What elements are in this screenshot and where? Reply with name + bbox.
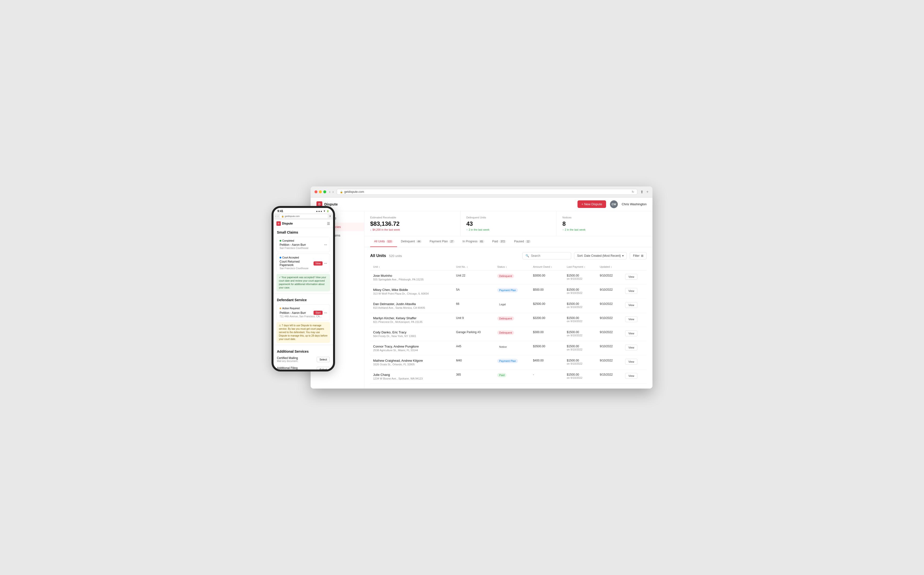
traffic-lights bbox=[315, 191, 326, 193]
table-row: Dan Delmaster, Justin Altavilla 810 Ashl… bbox=[370, 299, 647, 313]
unit-address: 555 Springdale Ave., Pittsburgh, PA 1523… bbox=[373, 278, 450, 281]
col-header-unit-no[interactable]: Unit No. ↕ bbox=[453, 263, 495, 270]
search-box[interactable]: 🔍 bbox=[522, 252, 571, 259]
maximize-button[interactable] bbox=[323, 191, 326, 193]
col-header-last-payment[interactable]: Last Payment ↕ bbox=[564, 263, 597, 270]
cell-unit-no: Unit 9 bbox=[453, 313, 495, 327]
cell-unit-no: 365 bbox=[453, 370, 495, 384]
cell-status: Delinquent bbox=[494, 270, 530, 284]
cell-action: View bbox=[622, 299, 647, 313]
view-button[interactable]: View bbox=[625, 345, 637, 351]
cell-unit: Julie Chang 1234 W Boone Ave., Spokane, … bbox=[370, 370, 453, 384]
minimize-button[interactable] bbox=[319, 191, 322, 193]
phone-card3-title: Petition - Aaron Burr Start ⋯ bbox=[280, 311, 327, 315]
payment-amount: $1500.00 bbox=[567, 345, 594, 348]
browser-share-icon[interactable]: ⬆ bbox=[640, 190, 643, 194]
phone-share-icon[interactable]: ⬆ bbox=[329, 215, 331, 218]
payment-amount: $1500.00 bbox=[567, 359, 594, 362]
new-dispute-button[interactable]: + New Dispute bbox=[577, 200, 606, 208]
tab-all-units[interactable]: All Units 520 bbox=[370, 236, 397, 247]
search-input[interactable] bbox=[531, 254, 568, 257]
browser-new-tab-icon[interactable]: + bbox=[646, 190, 649, 194]
phone-forward-icon[interactable]: › bbox=[278, 215, 278, 218]
col-header-updated[interactable]: Updated ↕ bbox=[597, 263, 622, 270]
tab-paused[interactable]: Paused 12 bbox=[510, 236, 535, 247]
tab-label-all-units: All Units bbox=[374, 240, 385, 243]
cell-unit-no: Garage Parking #3 bbox=[453, 327, 495, 341]
browser-address-bar[interactable]: 🔒 getdispute.com ↻ bbox=[337, 189, 637, 195]
close-button[interactable] bbox=[315, 191, 317, 193]
card2-view-button[interactable]: View bbox=[313, 261, 323, 265]
phone-back-icon[interactable]: ‹ bbox=[275, 215, 276, 218]
service2-select-button[interactable]: Select bbox=[317, 367, 330, 370]
payment-amount: $1500.00 bbox=[567, 302, 594, 305]
browser-refresh-icon[interactable]: ↻ bbox=[632, 190, 634, 194]
payment-date: on 9/10/2022 bbox=[567, 376, 594, 379]
view-button[interactable]: View bbox=[625, 330, 637, 336]
status-dot-action bbox=[280, 308, 281, 309]
tab-payment-plan[interactable]: Payment Plan 27 bbox=[426, 236, 459, 247]
table-row: Mathew Craighead, Andrew Kilgore 3326 Oc… bbox=[370, 355, 647, 370]
unit-address: 564 Frosty Dr., New York, NY 13901 bbox=[373, 335, 450, 338]
unit-name: Jose Murinho bbox=[373, 274, 450, 278]
phone-app-logo: D Dispute bbox=[277, 221, 293, 226]
card3-status-text: Action Required bbox=[282, 307, 300, 310]
view-button[interactable]: View bbox=[625, 288, 637, 294]
cell-action: View bbox=[622, 313, 647, 327]
sort-button[interactable]: Sort: Date Created (Most Recent) ▾ bbox=[574, 252, 627, 259]
service2-info: Additional Filing File any document with… bbox=[277, 366, 317, 370]
view-button[interactable]: View bbox=[625, 302, 637, 308]
phone-status-bar: 9:41 ▲▲▲ ▼ 🔋 bbox=[274, 208, 333, 213]
view-button[interactable]: View bbox=[625, 274, 637, 280]
cell-unit: Mathew Craighead, Andrew Kilgore 3326 Oc… bbox=[370, 355, 453, 370]
unit-name: Cody Danko, Eric Tracy bbox=[373, 330, 450, 334]
cell-action: View bbox=[622, 270, 647, 284]
col-header-amount-owed[interactable]: Amount Owed ↕ bbox=[530, 263, 564, 270]
unit-address: 3326 Ocala St., Orlando, FL 32805 bbox=[373, 363, 450, 366]
phone-content: Small Claims Completed Petition - Aaron … bbox=[274, 228, 333, 370]
view-button[interactable]: View bbox=[625, 359, 637, 365]
phone-browser-bar: ‹ › 🔒 getdispute.com ⬆ bbox=[274, 213, 333, 219]
cell-unit: Cody Danko, Eric Tracy 564 Frosty Dr., N… bbox=[370, 327, 453, 341]
col-header-unit[interactable]: Unit ↕ bbox=[370, 263, 453, 270]
payment-amount: $1500.00 bbox=[567, 373, 594, 376]
tab-paid[interactable]: Paid 372 bbox=[488, 236, 511, 247]
service1-info: Certified Mailing Mail any document. bbox=[277, 356, 317, 362]
browser-back-button[interactable]: ‹ bbox=[329, 190, 331, 194]
stat-change-text-receivable: $4,200 in the last week bbox=[373, 228, 400, 231]
right-content: Estimated Receivable $83,136.72 ↓ $4,200… bbox=[364, 211, 652, 389]
phone-url-text: getdispute.com bbox=[285, 215, 300, 218]
browser-forward-button[interactable]: › bbox=[332, 190, 334, 194]
view-button[interactable]: View bbox=[625, 373, 637, 379]
tab-delinquent[interactable]: Delinquent 44 bbox=[397, 236, 426, 247]
filter-button[interactable]: Filter ⊞ bbox=[630, 252, 647, 259]
unit-name: Connor Tracy, Andrew Pungitore bbox=[373, 345, 450, 348]
status-badge: Paid bbox=[497, 373, 506, 377]
phone-menu-icon[interactable]: ☰ bbox=[327, 222, 330, 226]
phone-service-additional-filing: Additional Filing File any document with… bbox=[274, 364, 333, 370]
table-title: All Units bbox=[370, 254, 386, 258]
cell-status: Payment Plan bbox=[494, 284, 530, 299]
cell-status: Delinquent bbox=[494, 313, 530, 327]
table-row: Marilyn Kircher, Kelsey Shaffer 821 Pine… bbox=[370, 313, 647, 327]
browser-action-buttons: ⬆ + bbox=[640, 190, 649, 194]
table-subtitle: 520 units bbox=[389, 254, 402, 258]
cell-updated: 9/10/2022 bbox=[597, 355, 622, 370]
service1-name: Certified Mailing bbox=[277, 356, 317, 360]
status-badge: Delinquent bbox=[497, 316, 514, 321]
phone-card-petition: Completed Petition - Aaron Burr ⋯ San Fr… bbox=[277, 237, 330, 252]
status-badge: Payment Plan bbox=[497, 359, 518, 363]
col-header-status[interactable]: Status ↕ bbox=[494, 263, 530, 270]
payment-date: on 9/10/2022 bbox=[567, 291, 594, 294]
unit-address: 810 Ashland Ave., Santa Monica, CA 90405 bbox=[373, 306, 450, 309]
view-button[interactable]: View bbox=[625, 316, 637, 322]
phone-url-bar[interactable]: 🔒 getdispute.com bbox=[280, 214, 328, 218]
card2-more-icon[interactable]: ⋯ bbox=[324, 262, 327, 265]
service1-select-button[interactable]: Select bbox=[317, 357, 330, 362]
cell-unit-no: M40 bbox=[453, 355, 495, 370]
card3-more-icon[interactable]: ⋯ bbox=[324, 311, 327, 315]
card1-more-icon[interactable]: ⋯ bbox=[324, 243, 327, 246]
tab-in-progress[interactable]: In Progress 65 bbox=[459, 236, 488, 247]
card3-start-button[interactable]: Start bbox=[313, 311, 323, 315]
phone-card-status-court: Court Accepted bbox=[280, 256, 327, 259]
